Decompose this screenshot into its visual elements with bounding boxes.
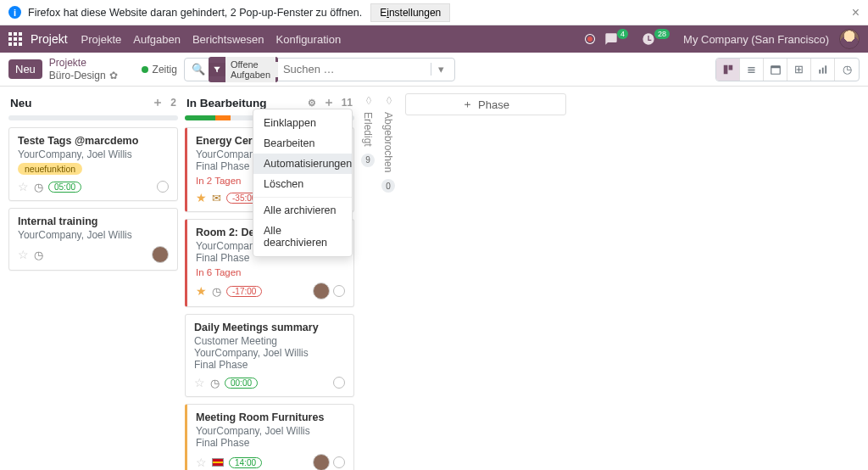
popup-message: Firefox hat diese Website daran gehinder… — [28, 7, 362, 19]
star-icon[interactable]: ★ — [196, 284, 207, 298]
collapsed-title: Abgebrochen — [382, 112, 394, 172]
envelope-icon[interactable]: ✉ — [212, 192, 221, 204]
kanban-state-icon[interactable] — [333, 285, 345, 297]
breadcrumb-parent[interactable]: Projekte — [49, 57, 118, 69]
info-icon: i — [8, 6, 21, 19]
activities-count: 28 — [654, 29, 670, 39]
breadcrumb: Projekte Büro-Design ✿ — [49, 57, 118, 81]
clock-icon[interactable]: ◷ — [210, 377, 220, 389]
kanban-card[interactable]: Teste Tags @marcdemo YourCompany, Joel W… — [8, 127, 178, 201]
project-status-label: Zeitig — [153, 64, 177, 76]
plus-icon: ＋ — [462, 97, 473, 112]
kanban-state-icon[interactable] — [333, 456, 345, 468]
expand-icon: 〈 〉 — [361, 95, 376, 107]
apps-grid-icon[interactable] — [8, 32, 22, 46]
add-phase-button[interactable]: ＋ Phase — [405, 93, 566, 115]
search-icon: 🔍 — [192, 63, 205, 76]
column-title: Neu — [10, 97, 32, 109]
column-progress-bar — [8, 115, 178, 120]
time-pill: 05:00 — [48, 182, 81, 193]
card-phase: Final Phase — [196, 437, 345, 449]
dropdown-alle-archivieren[interactable]: Alle archivieren — [253, 200, 352, 221]
svg-rect-3 — [771, 65, 780, 67]
star-icon[interactable]: ★ — [196, 191, 207, 204]
kanban-card[interactable]: Meeting Room Furnitures YourCompany, Joe… — [185, 404, 354, 470]
clock-icon[interactable]: ◷ — [34, 181, 43, 193]
status-dot-icon — [142, 66, 148, 73]
column-settings-dropdown: Einklappen Bearbeiten Automatisierungen … — [253, 109, 353, 257]
company-switcher[interactable]: My Company (San Francisco) — [683, 33, 829, 46]
column-gear-icon[interactable]: ⚙ — [308, 98, 316, 109]
svg-rect-4 — [819, 70, 821, 74]
star-icon[interactable]: ☆ — [18, 180, 29, 193]
view-pivot-icon[interactable]: ⊞ — [787, 59, 811, 81]
nav-projekte[interactable]: Projekte — [81, 33, 122, 46]
activities-button[interactable]: 28 — [642, 32, 673, 46]
search-input[interactable] — [278, 63, 431, 76]
card-phase: Final Phase — [194, 359, 345, 371]
card-title: Internal training — [18, 215, 169, 227]
clock-icon[interactable]: ◷ — [34, 249, 43, 261]
dropdown-automatisierungen[interactable]: Automatisierungen — [253, 154, 352, 174]
dropdown-einklappen[interactable]: Einklappen — [253, 113, 352, 133]
assignee-avatar[interactable] — [313, 454, 330, 470]
card-title: Teste Tags @marcdemo — [18, 135, 169, 147]
clock-icon[interactable]: ◷ — [212, 285, 221, 298]
view-kanban-icon[interactable] — [716, 59, 740, 81]
add-phase-label: Phase — [478, 98, 509, 111]
search-field[interactable]: 🔍 Offene Aufgaben × ▾ — [184, 58, 455, 81]
dropdown-alle-dearchivieren[interactable]: Alle dearchivieren — [253, 221, 352, 253]
messages-count: 4 — [617, 29, 628, 39]
nav-aufgaben[interactable]: Aufgaben — [133, 33, 181, 46]
control-bar: Neu Projekte Büro-Design ✿ Zeitig 🔍 Offe… — [0, 53, 868, 87]
expand-icon: 〈 〉 — [381, 95, 396, 107]
column-neu: Neu ＋ 2 Teste Tags @marcdemo YourCompany… — [5, 92, 181, 277]
dropdown-loeschen[interactable]: Löschen — [253, 174, 352, 194]
firefox-popup-bar: i Firefox hat diese Website daran gehind… — [0, 0, 868, 25]
column-count: 2 — [170, 97, 176, 109]
popup-close-icon[interactable]: × — [852, 5, 860, 20]
svg-rect-6 — [825, 65, 826, 73]
flag-icon — [212, 458, 224, 467]
time-pill: 14:00 — [229, 457, 262, 468]
view-calendar-icon[interactable] — [764, 59, 787, 81]
view-graph-icon[interactable] — [811, 59, 835, 81]
project-status-chip[interactable]: Zeitig — [142, 64, 177, 76]
card-subtitle: Customer Meeting — [194, 335, 345, 347]
kanban-card[interactable]: Daily Meetings summary Customer Meeting … — [185, 314, 354, 397]
messages-button[interactable]: 4 — [604, 32, 632, 46]
column-abgebrochen-collapsed[interactable]: 〈 〉 Abgebrochen 0 — [378, 92, 398, 193]
svg-rect-0 — [723, 64, 727, 74]
view-activity-icon[interactable]: ◷ — [835, 59, 859, 81]
search-facet: Offene Aufgaben × — [209, 57, 278, 82]
card-subtitle: YourCompany, Joel Willis — [18, 148, 169, 160]
view-list-icon[interactable]: ≣ — [740, 59, 764, 81]
nav-berichtswesen[interactable]: Berichtswesen — [192, 33, 264, 46]
new-button[interactable]: Neu — [8, 59, 42, 79]
user-avatar[interactable] — [839, 29, 860, 49]
kanban-state-icon[interactable] — [157, 181, 169, 193]
collapsed-count: 0 — [381, 179, 395, 193]
assignee-avatar[interactable] — [313, 283, 330, 299]
assignee-avatar[interactable] — [152, 246, 169, 263]
popup-settings-button[interactable]: Einstellungen — [370, 3, 450, 22]
star-icon[interactable]: ☆ — [18, 248, 29, 261]
star-icon[interactable]: ☆ — [196, 456, 207, 469]
kanban-board: Neu ＋ 2 Teste Tags @marcdemo YourCompany… — [0, 87, 868, 470]
time-pill: 00:00 — [225, 378, 258, 389]
view-switcher: ≣ ⊞ ◷ — [715, 58, 860, 81]
card-due: In 6 Tagen — [196, 267, 345, 277]
column-title: In Bearbeitung — [186, 97, 267, 109]
dropdown-bearbeiten[interactable]: Bearbeiten — [253, 133, 352, 154]
status-indicator-icon[interactable] — [586, 35, 594, 43]
column-add-icon[interactable]: ＋ — [152, 95, 164, 110]
kanban-state-icon[interactable] — [333, 377, 345, 389]
search-dropdown-caret-icon[interactable]: ▾ — [431, 63, 451, 76]
breadcrumb-gear-icon[interactable]: ✿ — [109, 70, 118, 81]
brand-label[interactable]: Projekt — [31, 32, 68, 46]
column-erledigt-collapsed[interactable]: 〈 〉 Erledigt 9 — [358, 92, 378, 167]
column-count: 11 — [342, 97, 353, 109]
nav-konfiguration[interactable]: Konfiguration — [276, 33, 342, 46]
star-icon[interactable]: ☆ — [194, 376, 205, 389]
kanban-card[interactable]: Internal training YourCompany, Joel Will… — [8, 208, 178, 271]
